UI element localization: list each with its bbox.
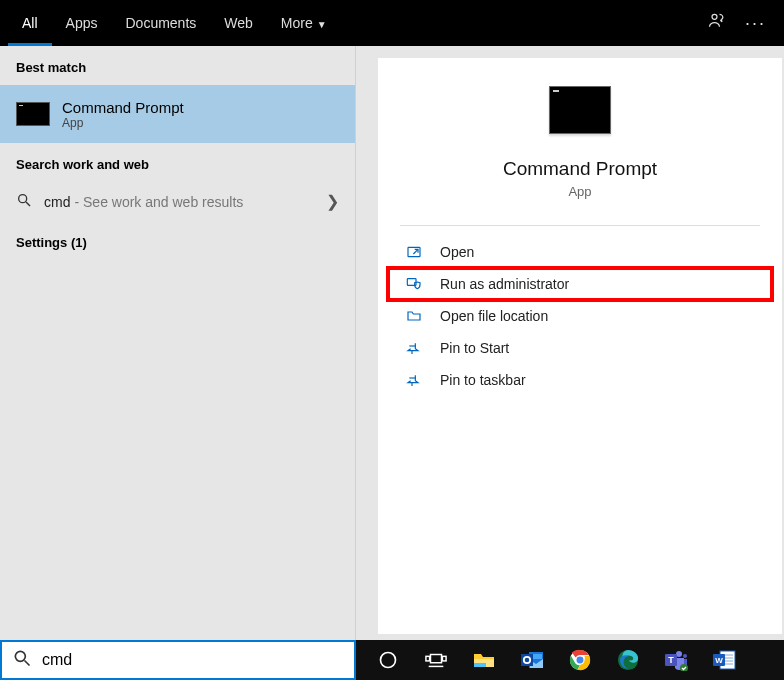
search-tabs: All Apps Documents Web More▼ ··· — [0, 0, 784, 46]
results-panel: Best match Command Prompt App Search wor… — [0, 46, 356, 640]
detail-title: Command Prompt — [378, 158, 782, 180]
tab-more-label: More — [281, 15, 313, 31]
action-run-as-administrator[interactable]: Run as administrator — [388, 268, 772, 300]
work-web-header: Search work and web — [0, 143, 355, 182]
taskbar-word[interactable]: W — [704, 640, 744, 680]
detail-panel-wrapper: Command Prompt App Open — [356, 46, 784, 640]
chevron-right-icon: ❯ — [326, 192, 339, 211]
svg-rect-13 — [474, 663, 486, 667]
best-match-title: Command Prompt — [62, 99, 184, 116]
svg-text:W: W — [715, 656, 723, 665]
action-open-location-label: Open file location — [440, 308, 548, 324]
search-icon — [12, 648, 32, 672]
web-query: cmd — [44, 194, 70, 210]
svg-point-7 — [381, 653, 396, 668]
tab-all[interactable]: All — [8, 0, 52, 46]
svg-rect-16 — [521, 654, 533, 666]
taskbar-file-explorer[interactable] — [464, 640, 504, 680]
svg-point-23 — [683, 654, 687, 658]
ellipsis-icon[interactable]: ··· — [745, 13, 766, 34]
svg-rect-10 — [442, 656, 446, 661]
taskbar-teams[interactable]: T — [656, 640, 696, 680]
open-icon — [406, 244, 428, 260]
taskbar-outlook[interactable] — [512, 640, 552, 680]
action-open-label: Open — [440, 244, 474, 260]
svg-text:T: T — [668, 655, 674, 665]
svg-point-20 — [577, 657, 584, 664]
tab-more[interactable]: More▼ — [267, 0, 341, 46]
detail-panel: Command Prompt App Open — [378, 58, 782, 634]
action-pin-to-start[interactable]: Pin to Start — [388, 332, 772, 364]
action-pin-taskbar-label: Pin to taskbar — [440, 372, 526, 388]
settings-header: Settings (1) — [0, 221, 355, 260]
folder-icon — [406, 308, 428, 324]
best-match-result[interactable]: Command Prompt App — [0, 85, 355, 143]
taskbar-cortana[interactable] — [368, 640, 408, 680]
tab-web[interactable]: Web — [210, 0, 267, 46]
action-open[interactable]: Open — [388, 236, 772, 268]
svg-rect-9 — [426, 656, 430, 661]
chevron-down-icon: ▼ — [317, 19, 327, 30]
action-run-admin-label: Run as administrator — [440, 276, 569, 292]
pin-icon — [406, 340, 428, 356]
svg-line-6 — [25, 661, 30, 666]
svg-rect-8 — [431, 655, 442, 663]
web-search-result[interactable]: cmd - See work and web results ❯ — [0, 182, 355, 221]
pin-icon — [406, 372, 428, 388]
tab-documents[interactable]: Documents — [111, 0, 210, 46]
action-pin-start-label: Pin to Start — [440, 340, 509, 356]
search-icon — [16, 192, 34, 211]
command-prompt-icon — [549, 86, 611, 134]
action-pin-to-taskbar[interactable]: Pin to taskbar — [388, 364, 772, 396]
divider — [400, 225, 760, 226]
command-prompt-icon — [16, 102, 50, 126]
shield-admin-icon — [406, 276, 428, 292]
taskbar-chrome[interactable] — [560, 640, 600, 680]
action-open-file-location[interactable]: Open file location — [388, 300, 772, 332]
feedback-icon[interactable] — [707, 11, 727, 35]
taskbar-edge[interactable] — [608, 640, 648, 680]
svg-point-1 — [19, 195, 27, 203]
best-match-header: Best match — [0, 46, 355, 85]
search-input[interactable] — [42, 651, 344, 669]
best-match-subtitle: App — [62, 116, 184, 130]
tab-apps[interactable]: Apps — [52, 0, 112, 46]
svg-line-2 — [26, 202, 30, 206]
detail-subtitle: App — [378, 184, 782, 199]
svg-point-0 — [712, 14, 717, 19]
taskbar-task-view[interactable] — [416, 640, 456, 680]
svg-point-5 — [15, 651, 25, 661]
search-box[interactable] — [0, 640, 356, 680]
web-hint: - See work and web results — [74, 194, 243, 210]
taskbar: T W — [356, 640, 784, 680]
